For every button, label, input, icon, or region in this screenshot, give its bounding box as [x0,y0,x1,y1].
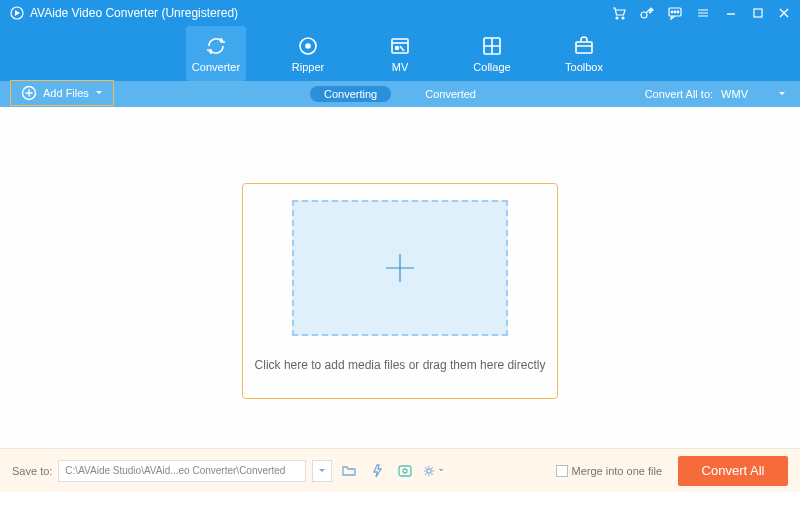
svg-point-7 [677,11,679,13]
chevron-down-icon [95,89,103,97]
nav-collage[interactable]: Collage [462,26,522,81]
nav-label: Toolbox [565,61,603,73]
save-to-label: Save to: [12,465,52,477]
svg-rect-14 [576,42,592,53]
nav-label: Converter [192,61,240,73]
app-logo-icon [10,6,24,20]
cart-icon[interactable] [612,6,626,20]
svg-point-17 [403,469,407,473]
svg-point-10 [306,44,310,48]
merge-label: Merge into one file [572,465,663,477]
nav-mv[interactable]: MV [370,26,430,81]
format-value: WMV [721,88,748,100]
maximize-icon[interactable] [752,7,764,19]
titlebar: AVAide Video Converter (Unregistered) [0,0,800,26]
dropzone[interactable]: Click here to add media files or drag th… [242,183,558,399]
format-select[interactable]: WMV [721,88,786,100]
save-path-field[interactable]: C:\AVAide Studio\AVAid...eo Converter\Co… [58,460,306,482]
add-files-label: Add Files [43,87,89,99]
svg-point-12 [396,46,399,49]
chevron-down-icon [318,467,326,475]
nav-label: MV [392,61,409,73]
path-dropdown[interactable] [312,460,332,482]
nav-toolbox[interactable]: Toolbox [554,26,614,81]
feedback-icon[interactable] [668,6,682,20]
plus-icon [380,248,420,288]
convert-all-button[interactable]: Convert All [678,456,788,486]
app-title: AVAide Video Converter (Unregistered) [30,6,612,20]
checkbox-icon [556,465,568,477]
main-area: Click here to add media files or drag th… [0,107,800,448]
svg-point-18 [427,468,431,472]
settings-button[interactable] [422,460,444,482]
open-folder-button[interactable] [338,460,360,482]
svg-point-6 [674,11,676,13]
chevron-down-icon [438,467,444,474]
nav-converter[interactable]: Converter [186,26,246,81]
gpu-accel-button[interactable] [366,460,388,482]
bottom-bar: Save to: C:\AVAide Studio\AVAid...eo Con… [0,448,800,492]
nav-ripper[interactable]: Ripper [278,26,338,81]
tab-converting[interactable]: Converting [310,86,391,102]
svg-point-2 [622,17,624,19]
window-controls [612,6,790,20]
minimize-icon[interactable] [724,6,738,20]
svg-rect-8 [754,9,762,17]
key-icon[interactable] [640,6,654,20]
close-icon[interactable] [778,7,790,19]
svg-point-1 [616,17,618,19]
svg-rect-16 [399,466,411,476]
nav-label: Collage [473,61,510,73]
dropzone-text: Click here to add media files or drag th… [255,358,546,372]
convert-all-label: Convert All to: [645,88,713,100]
main-nav: Converter Ripper MV Collage Toolbox [0,26,800,81]
add-files-button[interactable]: Add Files [10,80,114,106]
merge-checkbox[interactable]: Merge into one file [556,465,663,477]
tab-converted[interactable]: Converted [411,86,490,102]
menu-icon[interactable] [696,6,710,20]
svg-point-5 [671,11,673,13]
chevron-down-icon [778,90,786,98]
high-speed-button[interactable] [394,460,416,482]
nav-label: Ripper [292,61,324,73]
subbar: Add Files Converting Converted Convert A… [0,81,800,107]
sub-tabs: Converting Converted [310,86,490,102]
convert-all-to: Convert All to: WMV [645,88,786,100]
drop-target[interactable] [292,200,508,336]
